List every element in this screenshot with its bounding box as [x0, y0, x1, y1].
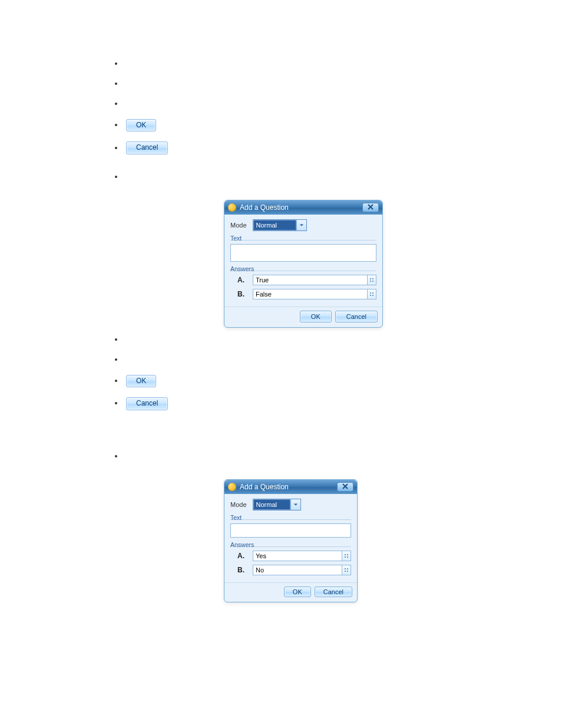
- mode-label: Mode: [230, 501, 247, 508]
- add-question-dialog: Add a Question Mode Normal Text: [224, 200, 383, 328]
- svg-rect-14: [345, 571, 346, 572]
- ok-button[interactable]: OK: [300, 311, 332, 322]
- mode-value: Normal: [253, 220, 296, 230]
- cancel-button[interactable]: Cancel: [126, 397, 168, 410]
- svg-rect-10: [345, 556, 346, 558]
- dialog-title: Add a Question: [240, 483, 289, 491]
- answer-input[interactable]: [253, 565, 342, 575]
- bullet-item: [124, 172, 515, 182]
- answers-section-label: Answers: [230, 265, 376, 272]
- answer-row: A.: [230, 551, 351, 561]
- svg-rect-1: [372, 278, 373, 279]
- bullet-item: [124, 79, 515, 89]
- dialog-body: Mode Normal Text Answers A.: [224, 215, 382, 307]
- text-section-label: Text: [230, 235, 376, 242]
- svg-rect-0: [370, 278, 371, 279]
- grip-icon[interactable]: [368, 275, 376, 285]
- answer-letter: A.: [237, 552, 248, 560]
- divider: [230, 519, 351, 520]
- answer-input[interactable]: [253, 289, 368, 299]
- bullet-list-2: [106, 172, 515, 182]
- dialog-body: Mode Normal Text Answers A.: [224, 494, 357, 582]
- chevron-down-icon[interactable]: [290, 499, 300, 510]
- bullet-item: [124, 452, 515, 462]
- bullet-item: [124, 355, 515, 365]
- ok-button[interactable]: OK: [284, 587, 311, 597]
- svg-rect-11: [347, 556, 348, 558]
- bullet-item: OK: [124, 119, 515, 132]
- dialog-footer: OK Cancel: [224, 582, 357, 602]
- svg-rect-6: [370, 295, 371, 296]
- bullet-item: [124, 99, 515, 109]
- cancel-button[interactable]: Cancel: [315, 587, 352, 597]
- question-text-input[interactable]: [230, 244, 376, 262]
- bullet-item: Cancel: [124, 397, 515, 410]
- mode-label: Mode: [230, 222, 247, 229]
- answer-row: B.: [230, 289, 376, 299]
- bullet-list-4: [106, 452, 515, 462]
- mode-combobox[interactable]: Normal: [253, 499, 301, 510]
- bullet-item: [124, 335, 515, 345]
- dialog-titlebar: Add a Question: [224, 480, 357, 494]
- cancel-button[interactable]: Cancel: [126, 141, 168, 154]
- svg-rect-3: [372, 281, 373, 282]
- divider: [230, 240, 376, 241]
- mode-value: Normal: [253, 499, 290, 510]
- text-section-label: Text: [230, 514, 351, 521]
- dialog-titlebar: Add a Question: [224, 200, 382, 215]
- close-icon: [342, 483, 348, 491]
- answer-row: B.: [230, 565, 351, 575]
- svg-rect-7: [372, 295, 373, 296]
- svg-rect-4: [370, 292, 371, 294]
- svg-rect-8: [345, 554, 346, 555]
- answer-input[interactable]: [253, 551, 342, 561]
- bullet-item: Cancel: [124, 141, 515, 154]
- svg-rect-5: [372, 292, 373, 294]
- cancel-button[interactable]: Cancel: [335, 311, 378, 322]
- bullet-list-1: OK Cancel: [106, 59, 515, 154]
- svg-rect-2: [370, 281, 371, 282]
- svg-rect-13: [347, 568, 348, 569]
- ok-button[interactable]: OK: [126, 119, 156, 132]
- mode-combobox[interactable]: Normal: [253, 219, 307, 231]
- document-page: OK Cancel Add a Question Mode: [0, 0, 562, 668]
- svg-rect-12: [345, 568, 346, 569]
- grip-icon[interactable]: [342, 565, 351, 575]
- answers-section-label: Answers: [230, 541, 351, 548]
- dialog-footer: OK Cancel: [224, 307, 382, 327]
- svg-rect-15: [347, 571, 348, 572]
- answer-letter: B.: [237, 290, 248, 298]
- ok-button[interactable]: OK: [126, 375, 156, 388]
- answer-input[interactable]: [253, 275, 368, 285]
- bullet-item: [124, 59, 515, 69]
- chevron-down-icon[interactable]: [296, 220, 306, 230]
- answer-letter: B.: [237, 566, 248, 574]
- question-icon: [228, 203, 236, 212]
- question-icon: [228, 483, 236, 491]
- bullet-item: OK: [124, 375, 515, 388]
- close-button[interactable]: [362, 203, 379, 212]
- question-text-input[interactable]: [230, 523, 351, 538]
- close-icon: [368, 203, 373, 212]
- grip-icon[interactable]: [342, 551, 351, 561]
- grip-icon[interactable]: [368, 289, 376, 299]
- dialog-title: Add a Question: [240, 203, 289, 212]
- answer-row: A.: [230, 275, 376, 285]
- add-question-dialog: Add a Question Mode Normal Text: [224, 479, 358, 602]
- answer-letter: A.: [237, 276, 248, 284]
- svg-rect-9: [347, 554, 348, 555]
- bullet-list-3: OK Cancel: [106, 335, 515, 410]
- close-button[interactable]: [337, 482, 353, 492]
